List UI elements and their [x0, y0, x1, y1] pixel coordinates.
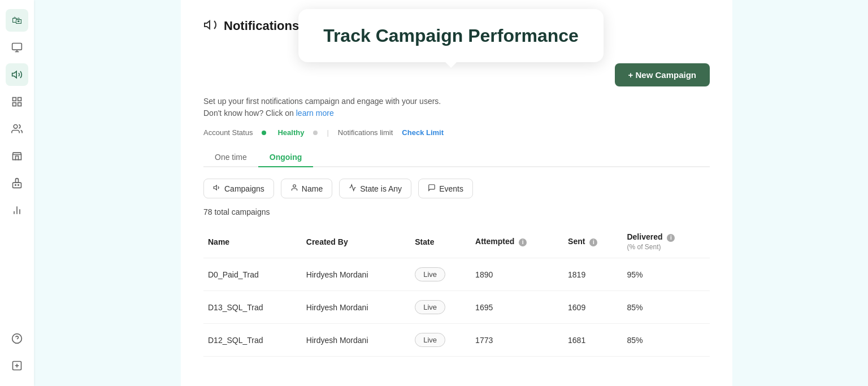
live-badge: Live — [415, 300, 445, 314]
live-badge: Live — [415, 267, 445, 281]
page-title: Notifications — [224, 19, 299, 33]
campaigns-filter-button[interactable]: Campaigns — [203, 179, 274, 198]
svg-point-22 — [293, 185, 296, 188]
cell-attempted: 1773 — [471, 324, 563, 357]
sent-info-icon[interactable]: i — [589, 238, 597, 246]
tab-ongoing[interactable]: Ongoing — [258, 148, 314, 167]
status-divider: | — [327, 128, 328, 137]
sidebar-icon-store[interactable] — [6, 145, 28, 167]
new-campaign-button[interactable]: + New Campaign — [615, 63, 710, 86]
sidebar-icon-add[interactable] — [6, 354, 28, 377]
cell-sent: 1681 — [563, 324, 622, 357]
cell-created-by: Hirdyesh Mordani — [302, 291, 410, 324]
cell-name: D13_SQL_Trad — [203, 291, 302, 324]
cell-created-by: Hirdyesh Mordani — [302, 324, 410, 357]
sidebar-icon-help[interactable] — [6, 327, 28, 350]
campaigns-table: Name Created By State Attempted i Sent i — [203, 225, 710, 357]
name-filter-label: Name — [302, 184, 323, 193]
th-state: State — [410, 225, 471, 258]
table-header-row: Name Created By State Attempted i Sent i — [203, 225, 710, 258]
state-filter-icon — [349, 184, 357, 193]
sidebar-icon-monitor[interactable] — [6, 36, 28, 59]
sidebar-icon-megaphone[interactable] — [6, 63, 28, 86]
notifications-icon — [203, 18, 217, 34]
table-row[interactable]: D13_SQL_Trad Hirdyesh Mordani Live 1695 … — [203, 291, 710, 324]
live-badge: Live — [415, 333, 445, 347]
table-row[interactable]: D0_Paid_Trad Hirdyesh Mordani Live 1890 … — [203, 258, 710, 291]
svg-rect-9 — [13, 183, 21, 188]
th-created-by: Created By — [302, 225, 410, 258]
cell-sent: 1609 — [563, 291, 622, 324]
attempted-info-icon[interactable]: i — [519, 238, 527, 246]
account-status-label: Account Status — [203, 128, 253, 137]
status-bar: Account Status Healthy | Notifications l… — [203, 128, 710, 137]
learn-more-link[interactable]: learn more — [296, 109, 334, 118]
cell-delivered: 85% — [622, 324, 710, 357]
tab-one-time[interactable]: One time — [203, 148, 258, 167]
th-delivered: Delivered i (% of Sent) — [622, 225, 710, 258]
status-dot — [262, 131, 266, 135]
svg-rect-6 — [13, 103, 16, 106]
cell-name: D12_SQL_Trad — [203, 324, 302, 357]
subtitle-line2: Don't know how? Click on — [203, 109, 294, 118]
state-filter-button[interactable]: State is Any — [339, 179, 411, 198]
total-campaigns-count: 78 total campaigns — [203, 207, 710, 216]
th-attempted: Attempted i — [471, 225, 563, 258]
events-filter-label: Events — [439, 184, 463, 193]
sidebar-icon-grid[interactable] — [6, 90, 28, 113]
main-area: Track Campaign Performance Notifications… — [34, 0, 868, 386]
svg-marker-20 — [205, 21, 210, 29]
cell-attempted: 1695 — [471, 291, 563, 324]
campaigns-filter-icon — [213, 184, 221, 193]
cell-state: Live — [410, 324, 471, 357]
cell-created-by: Hirdyesh Mordani — [302, 258, 410, 291]
sidebar: 🛍 — [0, 0, 34, 386]
gray-dot — [313, 131, 318, 135]
cell-delivered: 85% — [622, 291, 710, 324]
th-sent: Sent i — [563, 225, 622, 258]
state-filter-label: State is Any — [360, 184, 402, 193]
cell-attempted: 1890 — [471, 258, 563, 291]
name-filter-button[interactable]: Name — [281, 179, 332, 198]
healthy-label: Healthy — [277, 128, 304, 137]
events-filter-button[interactable]: Events — [418, 179, 473, 198]
th-name: Name — [203, 225, 302, 258]
tooltip-card: Track Campaign Performance — [298, 9, 604, 62]
check-limit-link[interactable]: Check Limit — [402, 128, 444, 137]
page-title-section: Notifications — [203, 18, 299, 34]
sidebar-icon-users[interactable] — [6, 118, 28, 140]
svg-point-10 — [15, 185, 16, 186]
tooltip-title: Track Campaign Performance — [323, 25, 579, 46]
svg-marker-3 — [12, 71, 17, 78]
svg-marker-21 — [214, 185, 216, 190]
cell-delivered: 95% — [622, 258, 710, 291]
notifications-limit-label: Notifications limit — [338, 128, 393, 137]
campaigns-filter-label: Campaigns — [224, 184, 264, 193]
svg-rect-4 — [13, 98, 16, 101]
sidebar-icon-chart[interactable] — [6, 199, 28, 222]
subtitle-line1: Set up your first notifications campaign… — [203, 97, 441, 106]
delivered-info-icon[interactable]: i — [667, 234, 675, 242]
tabs: One time Ongoing — [203, 148, 710, 167]
svg-rect-0 — [12, 44, 22, 50]
cell-name: D0_Paid_Trad — [203, 258, 302, 291]
cell-state: Live — [410, 258, 471, 291]
filter-bar: Campaigns Name State is Any Events — [203, 179, 710, 198]
events-filter-icon — [428, 184, 436, 193]
subtitle: Set up your first notifications campaign… — [203, 96, 710, 119]
sidebar-icon-robot[interactable] — [6, 172, 28, 194]
sidebar-icon-bag[interactable]: 🛍 — [6, 9, 28, 32]
svg-point-11 — [18, 185, 19, 186]
cell-state: Live — [410, 291, 471, 324]
svg-rect-5 — [18, 98, 21, 101]
name-filter-icon — [290, 184, 298, 193]
table-row[interactable]: D12_SQL_Trad Hirdyesh Mordani Live 1773 … — [203, 324, 710, 357]
svg-rect-7 — [18, 103, 21, 106]
cell-sent: 1819 — [563, 258, 622, 291]
svg-point-8 — [14, 125, 18, 129]
